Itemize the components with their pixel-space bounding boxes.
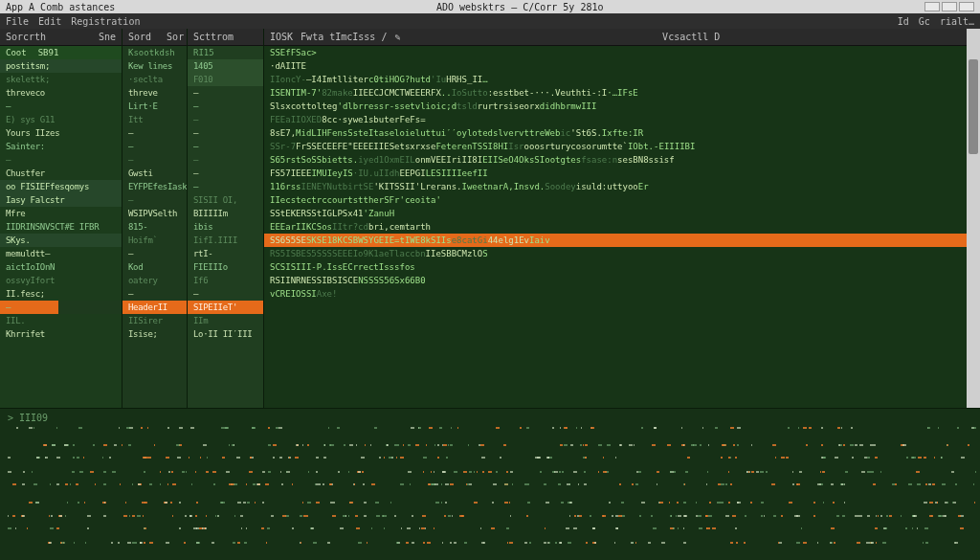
list-item[interactable]: — bbox=[188, 153, 263, 167]
list-item[interactable]: If6 bbox=[188, 274, 263, 287]
list-item[interactable]: Yours IIzes bbox=[0, 126, 122, 140]
list-item[interactable]: — bbox=[122, 126, 187, 140]
menu-item[interactable]: Registration bbox=[71, 16, 140, 27]
list-item[interactable]: EYFPEfesIask bbox=[122, 180, 187, 193]
list-item[interactable]: — bbox=[122, 140, 187, 153]
code-line[interactable]: EEEarIIKCSos IItr?cd bri, cemtarth bbox=[264, 220, 980, 234]
list-item[interactable]: — bbox=[188, 126, 263, 140]
list-item[interactable]: oo FISIEFfesqomys bbox=[0, 180, 122, 193]
list-item[interactable]: — bbox=[188, 167, 263, 180]
list-item[interactable]: SKys. bbox=[0, 234, 122, 247]
list-item[interactable]: ·seclta bbox=[122, 73, 187, 86]
code-line[interactable]: ISEN TIM-7' 82make IIEECJCMCTWEEER FX . … bbox=[264, 86, 980, 100]
list-item[interactable]: — bbox=[0, 301, 122, 314]
code-line[interactable]: 116rss IENEYNutbirtSE 'KITSSII 'Lrerans.… bbox=[264, 180, 980, 193]
list-item[interactable]: SISII OI, bbox=[188, 193, 263, 207]
code-line[interactable]: Slsx cottolteg 'dlbrres sr-ssetvlioic;d … bbox=[264, 100, 980, 113]
list-item[interactable]: SIPEIIeT' bbox=[188, 301, 263, 314]
list-item[interactable]: — bbox=[188, 180, 263, 193]
console-panel[interactable]: > III09 bbox=[0, 408, 980, 560]
side-panel-c[interactable]: Scttrom RI15 1405F010————————SISII OI,BI… bbox=[188, 29, 264, 408]
list-item[interactable]: IIm bbox=[188, 314, 263, 327]
list-item[interactable]: — bbox=[122, 287, 187, 301]
maximize-button[interactable] bbox=[942, 2, 957, 11]
scrollbar-thumb[interactable] bbox=[969, 59, 978, 154]
menu-item[interactable]: File bbox=[6, 16, 29, 27]
list-item[interactable]: IifI.IIII bbox=[188, 234, 263, 247]
code-line[interactable]: vCREIOSSI Axe! bbox=[264, 287, 980, 301]
code-line[interactable]: S65rst SoSSbietts. iyed1OxmEIL onmVEEIri… bbox=[264, 153, 980, 167]
menu-item[interactable]: Edit bbox=[38, 16, 61, 27]
list-item[interactable]: — bbox=[122, 247, 187, 260]
list-item[interactable]: Kew lines bbox=[122, 59, 187, 73]
menu-item[interactable]: rialt… bbox=[940, 16, 974, 27]
code-line[interactable]: FEEaIIOXED 8cc·sywe1sbuter FeFs= bbox=[264, 113, 980, 126]
list-item[interactable]: 815- bbox=[122, 220, 187, 234]
list-item[interactable]: Itt bbox=[122, 113, 187, 126]
list-item[interactable]: — bbox=[0, 100, 122, 113]
list-item[interactable]: memuldtt— bbox=[0, 247, 122, 260]
list-item[interactable]: — bbox=[188, 100, 263, 113]
breadcrumb[interactable]: Fwta tImcIsss / bbox=[301, 32, 387, 42]
list-item[interactable]: postitsm; bbox=[0, 59, 122, 73]
list-item[interactable]: Chustfer bbox=[0, 167, 122, 180]
tab-label[interactable]: IOSK bbox=[270, 32, 293, 42]
list-item[interactable]: BIIIIIm bbox=[188, 207, 263, 220]
code-line[interactable]: SCSISIII-P.IssECrrectIsssfos bbox=[264, 260, 980, 274]
list-item[interactable]: — bbox=[188, 140, 263, 153]
list-item[interactable]: Isise; bbox=[122, 327, 187, 341]
code-line[interactable]: RSIIN RNESSIBSISCE NSSSS56Sx66B0 bbox=[264, 274, 980, 287]
list-item[interactable]: F010 bbox=[188, 73, 263, 86]
code-line[interactable]: IIoncY- –I4 Imtlliter c0tiH OG?hutd 'Iu … bbox=[264, 73, 980, 86]
list-item[interactable]: II.fesc; bbox=[0, 287, 122, 301]
list-item[interactable]: IIDRINSNVSCT#E IFBR bbox=[0, 220, 122, 234]
list-item[interactable]: E) sys G11 bbox=[0, 113, 122, 126]
code-line[interactable]: SSr-7 FrSSECEEFE"EEEEIIESets xrxse Feter… bbox=[264, 140, 980, 153]
list-item[interactable]: threve bbox=[122, 86, 187, 100]
edit-icon[interactable]: ✎ bbox=[394, 32, 400, 42]
list-item[interactable]: Sainter: bbox=[0, 140, 122, 153]
minimize-button[interactable] bbox=[924, 2, 940, 11]
side-panel-b[interactable]: Sord Sor Ksootkdsh Kew lines·secltathrev… bbox=[122, 29, 188, 408]
list-item[interactable]: Iasy Falcstr bbox=[0, 193, 122, 207]
list-item[interactable]: — bbox=[0, 153, 122, 167]
close-button[interactable] bbox=[959, 2, 974, 11]
list-item[interactable]: ibis bbox=[188, 220, 263, 234]
list-item[interactable]: Hoifm` bbox=[122, 234, 187, 247]
side-panel-a[interactable]: Sorcrth Sne Coot SB91 postitsm;skelettk;… bbox=[0, 29, 122, 408]
list-item[interactable]: Mfre bbox=[0, 207, 122, 220]
list-item[interactable]: threveco bbox=[0, 86, 122, 100]
list-item[interactable]: — bbox=[188, 113, 263, 126]
list-item[interactable]: IISirer bbox=[122, 314, 187, 327]
window-buttons[interactable] bbox=[924, 2, 974, 11]
list-item[interactable]: oatery bbox=[122, 274, 187, 287]
code-line[interactable]: SStEKERSStIGLPS x41 'ZanuH bbox=[264, 207, 980, 220]
code-line[interactable]: 8sE7, MidLIHFensSsteItaseloieluttui′ ′oy… bbox=[264, 126, 980, 140]
list-item[interactable]: — bbox=[188, 287, 263, 301]
list-item[interactable]: — bbox=[122, 193, 187, 207]
list-item[interactable]: WSIPVSelth bbox=[122, 207, 187, 220]
list-item[interactable]: Lo·II II′III bbox=[188, 327, 263, 341]
list-item[interactable]: Gwsti bbox=[122, 167, 187, 180]
code-line[interactable]: SSEfFSac> bbox=[264, 46, 980, 59]
code-line[interactable]: IIecstectrccourtsttherSFr 'ceoita' bbox=[264, 193, 980, 207]
editor-scrollbar[interactable] bbox=[967, 29, 980, 408]
code-line[interactable]: FS57 IEEE IMUIey IS ·IU.uIIdh EE PGI LES… bbox=[264, 167, 980, 180]
list-item[interactable]: HeaderII bbox=[122, 301, 187, 314]
menu-item[interactable]: Id bbox=[898, 16, 909, 27]
list-item[interactable]: skelettk; bbox=[0, 73, 122, 86]
code-line[interactable]: RS5ISBES5SSSSEEEIo9K1aeTlaccbn IIeSBB CM… bbox=[264, 247, 980, 260]
list-item[interactable]: IIL. bbox=[0, 314, 122, 327]
editor-panel[interactable]: IOSK Fwta tImcIsss / ✎ Vcsactll D SSEfFS… bbox=[264, 29, 980, 408]
list-item[interactable]: aictIoIOnN bbox=[0, 260, 122, 274]
code-line[interactable]: SS6 S5SE SKSE18KCSBWSYGEIE=tIWE8kS IIs e… bbox=[264, 234, 980, 247]
list-item[interactable]: 1405 bbox=[188, 59, 263, 73]
list-item[interactable]: rtI- bbox=[188, 247, 263, 260]
list-item[interactable]: Lirt·E bbox=[122, 100, 187, 113]
list-item[interactable]: — bbox=[188, 86, 263, 100]
list-item[interactable]: ossvyIfort bbox=[0, 274, 122, 287]
list-item[interactable]: Khrrifet bbox=[0, 327, 122, 341]
list-item[interactable]: FIEIIIo bbox=[188, 260, 263, 274]
list-item[interactable]: — bbox=[122, 153, 187, 167]
menu-item[interactable]: Gc bbox=[919, 16, 930, 27]
